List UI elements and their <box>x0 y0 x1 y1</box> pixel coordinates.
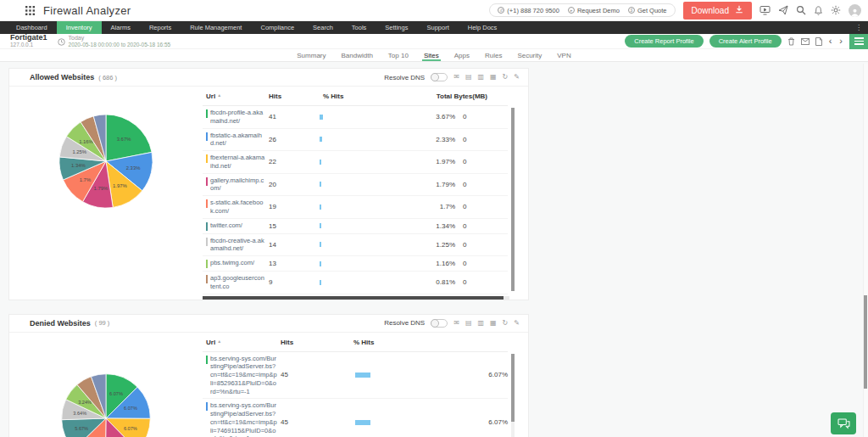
app-grid-icon[interactable] <box>25 6 35 15</box>
url-cell[interactable]: gallery.mailchimp.com/ <box>203 176 265 193</box>
get-quote-link[interactable]: $ Get Quote <box>628 7 667 14</box>
file-xls-icon[interactable]: ▥ <box>477 74 484 81</box>
table-vertical-scrollbar[interactable] <box>511 108 515 291</box>
table-row[interactable]: bs.serving-sys.com/BurstingPipe/adServer… <box>203 352 508 400</box>
nav-item-tools[interactable]: Tools <box>342 21 376 34</box>
nav-item-search[interactable]: Search <box>303 21 342 34</box>
table-horizontal-scrollbar[interactable] <box>203 296 509 300</box>
column-header--hits[interactable]: % Hits <box>320 92 399 100</box>
table-row[interactable]: gallery.mailchimp.com/201.79%0 <box>203 174 508 197</box>
table-vertical-scrollbar[interactable] <box>511 354 515 437</box>
request-demo-link[interactable]: ▸ Request Demo <box>568 7 620 14</box>
table-row[interactable]: fbstatic-a.akamaihd.net/262.33%0 <box>203 129 508 152</box>
column-header--hits[interactable]: % Hits <box>350 339 508 346</box>
table-row[interactable]: fbcdn-creative-a.akamaihd.net/141.25%0 <box>203 234 508 257</box>
page-scrollbar[interactable] <box>863 64 868 437</box>
table-row[interactable]: twitter.com/151.34%0 <box>203 219 508 234</box>
table-row[interactable]: fbcdn-profile-a.akamaihd.net/413.67%0 <box>203 106 508 129</box>
chat-button[interactable] <box>831 412 856 434</box>
nav-item-rule-management[interactable]: Rule Management <box>181 21 251 34</box>
nav-item-dashboard[interactable]: Dashboard <box>7 21 57 34</box>
url-cell[interactable]: pbs.twimg.com/ <box>203 259 265 268</box>
time-period-selector[interactable]: Today 2020-05-18 00:00:00 to 2020-05-18 … <box>58 34 171 49</box>
bell-icon[interactable] <box>814 5 823 15</box>
column-header-total-bytes-mb-[interactable]: Total Bytes(MB) <box>399 92 508 100</box>
url-cell[interactable]: fbexternal-a.akamaihd.net/ <box>203 154 265 171</box>
nav-item-alarms[interactable]: Alarms <box>102 21 140 34</box>
url-cell[interactable]: twitter.com/ <box>203 221 265 231</box>
url-cell[interactable]: fbcdn-profile-a.akamaihd.net/ <box>203 109 265 126</box>
tab-bandwidth[interactable]: Bandwidth <box>334 49 381 61</box>
phone-link[interactable]: ✆ (+1) 888 720 9500 <box>498 7 559 14</box>
file-csv-icon[interactable]: ▤ <box>465 74 472 81</box>
url-cell[interactable]: bs.serving-sys.com/BurstingPipe/adServer… <box>203 401 277 437</box>
pct-bar <box>320 242 321 247</box>
chevron-right-icon[interactable]: › <box>838 36 843 46</box>
resolve-dns-toggle[interactable] <box>431 319 448 328</box>
table-row[interactable]: pbs.twimg.com/131.16%0 <box>203 256 508 272</box>
table-row[interactable]: bs.serving-sys.com/BurstingPipe/adServer… <box>203 399 508 437</box>
tab-top-10[interactable]: Top 10 <box>381 49 416 61</box>
mail-icon[interactable] <box>801 38 810 45</box>
user-avatar[interactable] <box>849 4 861 17</box>
pin-icon[interactable]: ✎ <box>514 320 520 327</box>
tab-sites[interactable]: Sites <box>416 49 447 61</box>
file-pdf-icon[interactable]: ▦ <box>490 74 497 81</box>
hits-cell: 20 <box>265 181 320 188</box>
tab-security[interactable]: Security <box>509 49 549 61</box>
tab-summary[interactable]: Summary <box>289 49 333 61</box>
file-csv-icon[interactable]: ▤ <box>465 320 472 327</box>
table-row[interactable]: s-static.ak.facebook.com/191.7%0 <box>203 196 508 219</box>
refresh-icon[interactable]: ↻ <box>503 320 509 327</box>
pie-slice-label: 3.67% <box>117 137 131 142</box>
pct-bar <box>320 137 322 142</box>
tab-apps[interactable]: Apps <box>447 49 477 61</box>
tab-rules[interactable]: Rules <box>477 49 509 61</box>
nav-item-compliance[interactable]: Compliance <box>251 21 303 34</box>
plane-icon[interactable] <box>778 5 788 15</box>
pie-slice-label: 1.25% <box>72 149 86 154</box>
file-icon[interactable] <box>815 37 822 46</box>
table-row[interactable]: ap3.googleusercontent.co90.81%0 <box>203 272 508 294</box>
nav-item-settings[interactable]: Settings <box>376 21 417 34</box>
url-cell[interactable]: fbcdn-creative-a.akamaihd.net/ <box>203 237 265 254</box>
create-alert-profile-button[interactable]: Create Alert Profile <box>709 35 782 48</box>
column-header-url[interactable]: Url▲ <box>203 339 277 346</box>
resolve-dns-toggle[interactable] <box>431 73 448 81</box>
screen-icon[interactable] <box>760 5 771 15</box>
pct-value: 1.25% <box>394 241 455 249</box>
tab-vpn[interactable]: VPN <box>549 49 578 61</box>
trash-icon[interactable] <box>787 37 795 46</box>
url-cell[interactable]: s-static.ak.facebook.com/ <box>203 199 265 216</box>
nav-overflow-icon[interactable]: ⋮ <box>855 21 862 34</box>
allowed-websites-pie-chart: 3.67%2.33%1.97%1.79%1.7%1.34%1.25%1.16% <box>56 111 156 211</box>
mail-icon[interactable]: ✉ <box>453 320 459 327</box>
url-cell[interactable]: ap3.googleusercontent.co <box>203 274 265 291</box>
file-pdf-icon[interactable]: ▦ <box>490 320 497 327</box>
pct-value: 1.79% <box>394 181 455 188</box>
menu-icon[interactable] <box>849 34 868 49</box>
sort-asc-icon: ▲ <box>217 92 221 98</box>
column-header-hits[interactable]: Hits <box>265 92 320 100</box>
mail-icon[interactable]: ✉ <box>453 74 459 81</box>
url-cell[interactable]: fbstatic-a.akamaihd.net/ <box>203 132 265 148</box>
table-row[interactable]: fbexternal-a.akamaihd.net/221.97%0 <box>203 151 508 174</box>
series-color-marker <box>206 154 208 163</box>
chevron-left-icon[interactable]: ‹ <box>828 36 833 46</box>
column-header-hits[interactable]: Hits <box>277 339 350 346</box>
url-cell[interactable]: bs.serving-sys.com/BurstingPipe/adServer… <box>203 355 277 396</box>
search-icon[interactable] <box>796 5 806 15</box>
file-xls-icon[interactable]: ▥ <box>477 320 484 327</box>
nav-item-reports[interactable]: Reports <box>140 21 181 34</box>
nav-item-inventory[interactable]: Inventory <box>57 21 102 34</box>
create-report-profile-button[interactable]: Create Report Profile <box>625 35 703 48</box>
download-button[interactable]: Download <box>683 2 752 20</box>
nav-item-support[interactable]: Support <box>417 21 458 34</box>
gear-icon[interactable] <box>831 5 841 15</box>
pin-icon[interactable]: ✎ <box>514 74 520 81</box>
refresh-icon[interactable]: ↻ <box>503 74 509 81</box>
nav-item-help-docs[interactable]: Help Docs <box>459 21 507 34</box>
device-name: Fortigate1 <box>10 34 47 42</box>
column-header-url[interactable]: Url▲ <box>203 92 265 100</box>
device-identity[interactable]: Fortigate1 127.0.0.1 <box>10 34 47 48</box>
